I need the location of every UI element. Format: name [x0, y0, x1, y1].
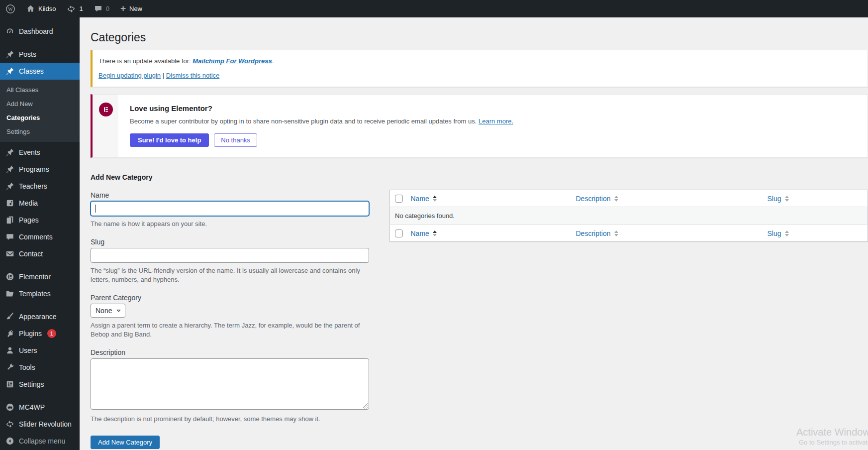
name-label: Name [91, 191, 369, 200]
sidebar-item-contact[interactable]: Contact [0, 245, 80, 262]
sliders-icon [5, 380, 14, 389]
sort-arrows-icon [433, 230, 437, 236]
folder-icon [5, 289, 14, 298]
sort-arrows-icon [785, 230, 789, 236]
slug-input[interactable] [91, 248, 369, 263]
site-name-label: Kiidso [38, 5, 56, 12]
chevron-down-icon [116, 308, 121, 314]
sort-by-description-header[interactable]: Description [576, 229, 618, 237]
updates-count: 1 [79, 5, 83, 12]
name-help-text: The name is how it appears on your site. [91, 220, 363, 228]
sidebar-item-comments[interactable]: Comments [0, 228, 80, 245]
sort-by-name-header[interactable]: Name [411, 195, 437, 203]
add-category-form: Add New Category Name The name is how it… [91, 173, 369, 449]
categories-table: Name Description Slug [389, 190, 868, 242]
sidebar-item-teachers[interactable]: Teachers [0, 178, 80, 195]
mc4wp-icon [5, 403, 14, 412]
sidebar-item-classes[interactable]: Classes [0, 63, 80, 80]
select-all-checkbox[interactable] [395, 229, 403, 237]
elementor-notice-icon-column [93, 95, 118, 157]
sort-by-description-header[interactable]: Description [576, 195, 618, 203]
plus-icon: + [120, 3, 126, 13]
sidebar-item-dashboard[interactable]: Dashboard [0, 23, 80, 40]
slug-help-text: The “slug” is the URL-friendly version o… [91, 266, 363, 284]
sidebar-item-elementor[interactable]: Elementor [0, 268, 80, 285]
begin-update-link[interactable]: Begin updating plugin [98, 72, 161, 79]
sidebar-item-settings[interactable]: Settings [0, 376, 80, 393]
sidebar-item-programs[interactable]: Programs [0, 161, 80, 178]
sidebar-item-label: Comments [19, 233, 53, 241]
pushpin-icon [5, 182, 14, 191]
sidebar-item-templates[interactable]: Templates [0, 285, 80, 302]
sidebar-item-users[interactable]: Users [0, 342, 80, 359]
sort-arrows-icon [614, 196, 618, 202]
add-new-category-button[interactable]: Add New Category [91, 436, 160, 449]
learn-more-link[interactable]: Learn more. [479, 117, 513, 125]
site-name-menu[interactable]: Kiidso [21, 0, 61, 17]
select-all-checkbox[interactable] [395, 195, 403, 203]
collapse-menu-button[interactable]: Collapse menu [0, 433, 80, 450]
slug-label: Slug [91, 238, 369, 246]
sidebar-item-label: Media [19, 199, 38, 207]
gauge-icon [5, 27, 14, 36]
dismiss-notice-link[interactable]: Dismiss this notice [166, 72, 220, 79]
updates-menu[interactable]: 1 [61, 0, 88, 17]
parent-category-select[interactable]: None [91, 304, 125, 318]
updates-icon [67, 4, 76, 13]
submenu-item-settings[interactable]: Settings [0, 125, 80, 139]
menu-separator [0, 302, 80, 308]
sidebar-item-label: Users [19, 346, 37, 354]
wordpress-logo-icon: W [5, 4, 15, 14]
elementor-notice-title: Love using Elementor? [130, 104, 858, 112]
sidebar-item-label: Appearance [19, 313, 57, 321]
slug-field-group: Slug The “slug” is the URL-friendly vers… [91, 238, 369, 284]
description-textarea[interactable] [91, 358, 369, 410]
description-help-text: The description is not prominent by defa… [91, 415, 363, 424]
sidebar-item-tools[interactable]: Tools [0, 359, 80, 376]
menu-separator [0, 262, 80, 268]
parent-category-help-text: Assign a parent term to create a hierarc… [91, 321, 363, 339]
new-content-menu[interactable]: + New [115, 0, 148, 17]
sidebar-item-label: Settings [19, 380, 44, 388]
parent-category-label: Parent Category [91, 294, 369, 302]
submenu-item-all-classes[interactable]: All Classes [0, 83, 80, 97]
main-content: Categories There is an update available … [80, 17, 868, 450]
sidebar-item-mc4wp[interactable]: MC4WP [0, 399, 80, 416]
sidebar-item-pages[interactable]: Pages [0, 212, 80, 228]
pages-icon [5, 216, 14, 225]
elementor-icon [5, 272, 14, 281]
admin-sidebar: Dashboard Posts Classes All Classes Add … [0, 17, 80, 450]
comments-count: 0 [106, 5, 109, 12]
svg-text:W: W [8, 6, 13, 11]
sort-by-name-header[interactable]: Name [411, 229, 437, 237]
comments-menu[interactable]: 0 [89, 0, 115, 17]
submenu-item-categories[interactable]: Categories [0, 111, 80, 125]
name-field-group: Name The name is how it appears on your … [91, 191, 369, 228]
description-label: Description [91, 348, 369, 357]
submenu-item-add-new[interactable]: Add New [0, 97, 80, 111]
collapse-menu-label: Collapse menu [19, 437, 65, 445]
sidebar-item-slider-revolution[interactable]: Slider Revolution [0, 416, 80, 433]
sidebar-item-plugins[interactable]: Plugins 1 [0, 325, 80, 342]
elementor-accept-button[interactable]: Sure! I'd love to help [130, 133, 209, 147]
sidebar-item-media[interactable]: Media [0, 195, 80, 212]
sidebar-item-label: Tools [19, 363, 35, 371]
sort-by-slug-header[interactable]: Slug [768, 229, 789, 237]
sidebar-item-label: Events [19, 148, 40, 156]
sort-by-slug-header[interactable]: Slug [768, 195, 789, 203]
sidebar-item-posts[interactable]: Posts [0, 46, 80, 63]
plugin-name-link[interactable]: Mailchimp For Wordpress [193, 57, 272, 65]
elementor-decline-button[interactable]: No thanks [214, 133, 257, 147]
name-input[interactable] [91, 201, 369, 216]
sidebar-item-appearance[interactable]: Appearance [0, 308, 80, 325]
empty-table-message: No categories found. [390, 207, 868, 225]
media-icon [5, 199, 14, 208]
new-label: New [129, 5, 142, 12]
slider-revolution-icon [5, 420, 14, 429]
sidebar-item-events[interactable]: Events [0, 144, 80, 161]
elementor-logo-icon [99, 103, 113, 116]
mail-icon [5, 249, 14, 258]
elementor-notice: Love using Elementor? Become a super con… [91, 94, 868, 158]
wordpress-logo-menu[interactable]: W [0, 0, 21, 17]
sidebar-item-label: Posts [19, 50, 36, 58]
